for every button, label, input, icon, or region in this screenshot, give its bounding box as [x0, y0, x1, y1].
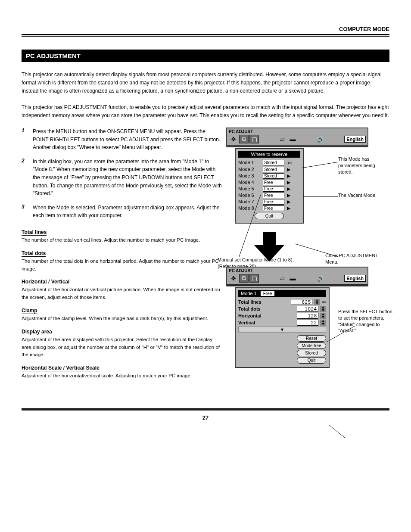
param-total-lines[interactable]: Total lines 625 ▲▼ ⇐ [238, 299, 326, 305]
mode-row-2[interactable]: Mode 2 Stored ▶ [238, 167, 300, 172]
callout-stored: This Mode has parameters being stored. [338, 156, 390, 175]
param-value: 128 [297, 313, 318, 319]
item-total-lines: Total lines The number of the total vert… [22, 226, 222, 244]
page-icon[interactable]: ▱ [277, 135, 287, 143]
mode-row-6[interactable]: Mode 6 Free ▶ [238, 193, 300, 198]
steps-column: 1 Press the MENU button and the ON-SCREE… [22, 128, 222, 383]
spinner-icon[interactable]: ▲▼ [320, 313, 326, 319]
spinner-icon[interactable]: ▲▼ [320, 320, 326, 326]
mode-state: Free [263, 205, 284, 211]
callout-point-down: Press the POINT DOWN button and move the… [334, 438, 394, 438]
screen-icon[interactable]: ▢ [249, 274, 259, 283]
sound-icon[interactable]: 🔊 [316, 135, 326, 143]
callout-select-set: Press the SELECT button to set the param… [338, 308, 394, 334]
item-label: Display area [22, 329, 52, 335]
chevron-right-icon: ▶ [286, 180, 292, 185]
language-selector[interactable]: English [344, 136, 366, 143]
mode-state: Free [263, 180, 284, 185]
mode-free-button[interactable]: Mode free [297, 342, 326, 349]
quit-button[interactable]: Quit [255, 213, 284, 219]
mode-row-7[interactable]: Mode 7 Free ▶ [238, 199, 300, 205]
pc-adjust-menubar-2: PC ADJUST ✥ ⧉ ▢ ▱ ▬ 🔊 English [226, 267, 368, 286]
mode-label: Mode 5 [238, 186, 262, 191]
page-number: 27 [22, 414, 389, 421]
mode-label: Mode 6 [238, 193, 262, 198]
item-label: Total lines [22, 229, 47, 236]
item-total-dots: Total dots The number of the total dots … [22, 247, 222, 273]
reset-button[interactable]: Reset [297, 335, 326, 342]
chevron-right-icon: ▶ [286, 186, 292, 192]
item-desc: Adjustment of the area displayed with th… [22, 336, 222, 359]
mode-state: Free [263, 193, 284, 198]
panel2-header: Mode 1 Free [238, 290, 326, 297]
item-label: Total dots [22, 250, 46, 257]
page-icon[interactable]: ▱ [277, 274, 287, 283]
windows-icon[interactable]: ⧉ [239, 274, 249, 283]
move-icon[interactable]: ✥ [229, 135, 238, 143]
mode-label: Mode 1 [238, 160, 262, 165]
page-header: COMPUTER MODE [22, 26, 389, 32]
menubar-title: PC ADJUST [227, 128, 367, 134]
step-1: 1 Press the MENU button and the ON-SCREE… [22, 128, 222, 152]
mode-label: Mode 2 [238, 167, 262, 172]
step-number: 2 [22, 158, 29, 198]
item-label: Horizontal Scale / Vertical Scale [22, 365, 100, 371]
mode-state: Free [263, 199, 284, 205]
param-vertical[interactable]: Vertical 22 ▲▼ [238, 320, 326, 326]
step-text: In this dialog box, you can store the pa… [33, 158, 222, 198]
mode-name: Mode 1 [241, 291, 257, 296]
pc-adjust-menubar-1: PC ADJUST ✥ ⧉ ▢ ▱ ▬ 🔊 English [226, 128, 368, 147]
mode-row-4[interactable]: Mode 4 Free ▶ [238, 180, 300, 185]
stored-button[interactable]: Stored [297, 350, 326, 356]
where-to-reserve-panel: Where to reserve Mode 1 Stored ⇐ Mode 2 … [235, 148, 304, 224]
mode-row-3[interactable]: Mode 3 Stored ▶ [238, 173, 300, 179]
device-icon[interactable]: ▬ [288, 135, 297, 143]
chevron-right-icon: ▶ [286, 205, 292, 211]
step-2: 2 In this dialog box, you can store the … [22, 158, 222, 198]
mode-row-1[interactable]: Mode 1 Stored ⇐ [238, 159, 300, 166]
chevron-right-icon: ▶ [286, 167, 292, 172]
spinner-icon[interactable]: ▲▼ [320, 306, 326, 312]
sound-icon[interactable]: 🔊 [316, 274, 326, 283]
move-icon[interactable]: ✥ [229, 274, 238, 283]
param-horizontal[interactable]: Horizontal 128 ▲▼ [238, 313, 326, 319]
expand-more-button[interactable]: ▼ [238, 327, 326, 333]
item-label: Horizontal / Vertical [22, 279, 69, 285]
param-label: Total lines [238, 299, 289, 305]
item-desc: The number of the total vertical lines. … [22, 236, 222, 244]
windows-icon[interactable]: ⧉ [239, 135, 249, 143]
svg-line-0 [302, 162, 338, 168]
step-number: 1 [22, 128, 29, 152]
active-arrow-icon: ⇐ [322, 299, 326, 305]
svg-line-6 [329, 425, 355, 438]
param-label: Vertical [238, 320, 295, 325]
item-desc: Adjustment of the clamp level. When the … [22, 315, 222, 323]
item-hv-scale: Horizontal Scale / Vertical Scale Adjust… [22, 361, 222, 380]
screen-icon[interactable]: ▢ [249, 135, 259, 143]
mode-row-5[interactable]: Mode 5 Free ▶ [238, 186, 300, 192]
quit-button[interactable]: Quit [297, 357, 326, 364]
parameter-panel: Mode 1 Free Total lines 625 ▲▼ ⇐ Total d… [235, 287, 330, 368]
mode-label: Mode 7 [238, 199, 262, 204]
section-title: PC ADJUSTMENT [22, 50, 389, 62]
spinner-icon[interactable]: ▲▼ [314, 299, 320, 305]
item-desc: Adjustment of the horizontal or vertical… [22, 286, 222, 302]
step-3: 3 When the Mode is selected, Parameter a… [22, 204, 222, 220]
footer-rule [22, 408, 389, 411]
mode-row-8[interactable]: Mode 8 Free ▶ [238, 205, 300, 211]
item-desc: Adjustment of the horizontal/vertical sc… [22, 372, 222, 380]
active-arrow-icon: ⇐ [286, 159, 293, 166]
language-selector[interactable]: English [344, 275, 366, 282]
param-total-dots[interactable]: Total dots 1024 ▲▼ [238, 306, 326, 312]
mode-state: Stored [263, 167, 284, 172]
mode-label: Mode 3 [238, 173, 262, 178]
header-rule [22, 34, 389, 37]
chevron-right-icon: ▶ [286, 199, 292, 205]
device-icon[interactable]: ▬ [288, 274, 297, 283]
mode-state: Free [260, 291, 275, 296]
mode-state: Free [263, 186, 284, 192]
param-value: 625 [291, 299, 312, 305]
intro-paragraph-2: This projector has PC ADJUSTMENT functio… [22, 103, 389, 120]
step-text: Press the MENU button and the ON-SCREEN … [33, 128, 222, 152]
item-display-area: Display area Adjustment of the area disp… [22, 325, 222, 359]
